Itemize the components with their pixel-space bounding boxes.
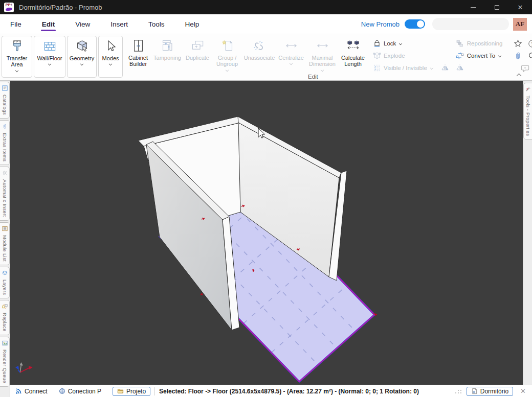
sidebar-tab-module-list[interactable]: Module List — [0, 222, 10, 265]
conection-label: Conection P — [68, 388, 101, 395]
cabinet-builder-label: Cabinet Builder — [125, 55, 151, 67]
lock-button[interactable]: Lock — [372, 38, 450, 49]
group-ungroup-button[interactable]: Group / Ungroup — [212, 36, 242, 78]
stacked-boxes-icon — [455, 38, 465, 48]
menu-item-file[interactable]: File — [9, 16, 23, 33]
sidebar-tab-label: Render Queue — [2, 349, 8, 383]
ribbon-collapse-icon[interactable] — [517, 74, 522, 79]
maximize-button[interactable] — [485, 0, 508, 14]
connect-button[interactable]: Connect — [15, 388, 48, 395]
chevron-down-icon — [226, 68, 229, 71]
close-room-icon[interactable]: ✕ — [517, 387, 529, 395]
resize-grip[interactable] — [455, 389, 462, 394]
duplicate-icon — [191, 37, 205, 54]
chevron-down-icon — [48, 62, 51, 65]
geometry-button[interactable]: Geometry — [67, 36, 97, 78]
convert-arrows-icon — [455, 51, 465, 60]
ribbon-edit: Transfer Area Wall/Floor Geometry Modes … — [0, 34, 532, 81]
visibility-icon — [372, 63, 382, 73]
group-page-icon — [220, 37, 234, 54]
menu-item-view[interactable]: View — [74, 16, 91, 33]
search-icon[interactable] — [526, 50, 532, 61]
menu-item-edit[interactable]: Edit — [41, 16, 56, 33]
folder-icon — [117, 388, 124, 394]
paperclip-icon — [2, 122, 8, 131]
sidebar-tab-label: Replace — [2, 313, 8, 332]
explode-cube-icon — [372, 51, 382, 60]
minimize-button[interactable] — [461, 0, 485, 14]
wall-floor-label: Wall/Floor — [37, 55, 62, 61]
chevron-down-icon — [399, 41, 402, 44]
calculate-length-button[interactable]: Calculate Length — [339, 36, 367, 78]
maximal-dimension-label: Maximal Dimension — [306, 55, 339, 67]
selection-info: Selected: Floor -> Floor (2514.6x5x4879.… — [159, 388, 455, 395]
gear-icon — [2, 169, 8, 178]
measure-cubes-icon — [346, 37, 360, 54]
duplicate-button[interactable]: Duplicate — [183, 36, 212, 78]
new-promob-toggle[interactable] — [405, 19, 425, 29]
sidebar-tab-label: Module List — [2, 235, 8, 262]
paperclip-icon[interactable] — [512, 50, 524, 61]
sidebar-tab-catalogs[interactable]: Catalogs — [0, 82, 10, 119]
modes-button[interactable]: Modes — [98, 36, 123, 78]
close-button[interactable]: ✕ — [508, 0, 532, 14]
convert-to-button[interactable]: Convert To — [455, 50, 503, 61]
tamponing-button[interactable]: Tamponing — [152, 36, 183, 78]
projeto-tab[interactable]: Projeto — [113, 387, 150, 396]
chevron-down-icon — [321, 68, 324, 71]
status-bar: Connect Conection P Projeto Selected: Fl… — [10, 385, 532, 397]
globe-icon — [59, 388, 65, 394]
help-icon[interactable]: ? — [526, 38, 532, 49]
promob-logo-icon: PP+ — [4, 3, 14, 12]
title-bar: PP+ Dormitório/Padrão - Promob ✕ — [0, 0, 532, 14]
favorite-star-icon[interactable] — [512, 38, 524, 49]
sidebar-tab-tools-properties[interactable]: Tools - Properties — [523, 83, 532, 139]
sidebar-tab-automatic-insert[interactable]: Automatic Insert — [0, 167, 10, 220]
layers-icon — [2, 269, 8, 278]
sidebar-tab-replace[interactable]: Replace — [0, 300, 10, 335]
menu-item-help[interactable]: Help — [184, 16, 201, 33]
chevron-down-icon — [15, 68, 18, 72]
status-separator — [154, 387, 155, 395]
chevron-down-icon — [80, 62, 83, 65]
conection-button[interactable]: Conection P — [59, 388, 101, 395]
cursor-arrow-icon — [104, 38, 118, 54]
broken-link-icon — [253, 37, 267, 54]
menu-item-tools[interactable]: Tools — [147, 16, 166, 33]
transfer-area-button[interactable]: Transfer Area — [2, 36, 32, 78]
unassociate-button[interactable]: Unassociate — [242, 36, 277, 78]
connect-label: Connect — [25, 388, 48, 395]
cabinet-builder-button[interactable]: Cabinet Builder — [124, 36, 152, 78]
explode-button[interactable]: Explode — [372, 50, 450, 61]
visible-invisible-button[interactable]: Visible / Invisible — [372, 62, 450, 73]
sidebar-tab-label: Catalogs — [2, 95, 8, 115]
repositioning-button[interactable]: Repositioning — [455, 38, 503, 49]
tamponing-label: Tamponing — [153, 55, 181, 61]
new-promob-label: New Promob — [361, 20, 400, 28]
repositioning-label: Repositioning — [467, 40, 503, 46]
sidebar-tab-layers[interactable]: Layers — [0, 267, 10, 298]
mirror-flip-icon[interactable] — [455, 63, 465, 73]
rss-connect-icon — [15, 388, 22, 394]
dormitorio-label: Dormitório — [480, 388, 508, 395]
account-badge[interactable]: AF — [513, 18, 527, 31]
maximal-dimension-button[interactable]: Maximal Dimension — [305, 36, 339, 78]
mirror-flip-icon[interactable] — [440, 63, 450, 73]
feedback-chat-icon[interactable] — [519, 62, 531, 74]
convert-to-label: Convert To — [467, 53, 495, 59]
catalog-icon — [2, 84, 8, 93]
room-tab-dormitorio[interactable]: Dormitório — [467, 387, 513, 396]
wall-floor-button[interactable]: Wall/Floor — [34, 36, 65, 78]
sidebar-tab-render-queue[interactable]: Render Queue — [0, 337, 10, 387]
viewport-3d[interactable] — [10, 81, 523, 385]
list-icon — [2, 224, 8, 233]
menu-item-insert[interactable]: Insert — [109, 16, 129, 33]
window-title: Dormitório/Padrão - Promob — [19, 4, 102, 11]
chevron-down-icon — [109, 62, 112, 65]
centralize-button[interactable]: Centralize — [277, 36, 305, 78]
sidebar-tab-extras-items[interactable]: Extras Items — [0, 120, 10, 165]
menu-bar: File Edit View Insert Tools Help New Pro… — [0, 14, 532, 34]
transfer-area-label: Transfer Area — [3, 55, 31, 68]
replace-icon — [2, 302, 8, 311]
modes-label: Modes — [102, 55, 119, 61]
